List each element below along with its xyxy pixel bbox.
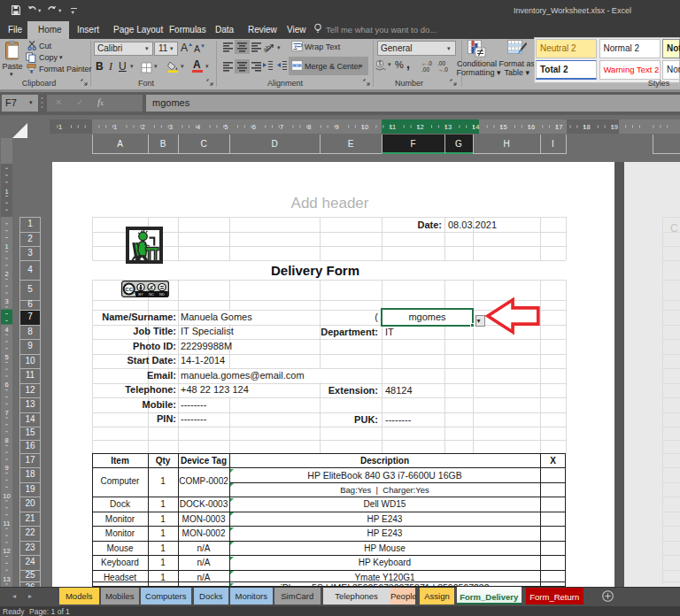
svg-text:BY: BY [138,292,143,296]
svg-text:ab: ab [263,42,273,53]
svg-text:11: 11 [389,123,396,131]
svg-text:$: $ [150,285,152,290]
svg-text:15: 15 [499,123,506,131]
svg-text:17: 17 [555,123,562,131]
svg-text:1: 1 [113,123,117,131]
svg-text:NC: NC [149,292,154,296]
svg-text:18: 18 [583,123,590,131]
svg-text:10: 10 [361,123,368,131]
svg-text:1: 1 [4,188,8,196]
svg-text:11: 11 [4,520,11,527]
svg-text:CC: CC [125,287,133,292]
svg-text:4: 4 [197,123,200,131]
svg-text:8: 8 [4,436,8,444]
svg-text:3: 3 [4,297,8,305]
svg-text:19: 19 [611,123,618,131]
svg-text:7: 7 [280,123,283,131]
svg-text:13: 13 [444,123,452,131]
svg-text:5: 5 [224,123,228,131]
svg-text:3: 3 [169,123,173,131]
svg-text:1: 1 [4,243,8,250]
svg-text:9: 9 [4,464,8,472]
svg-text:2: 2 [4,270,8,278]
svg-text:13: 13 [3,575,10,583]
svg-text:ND: ND [159,292,165,296]
svg-text:$: $ [378,60,382,66]
svg-text:12: 12 [3,547,10,555]
svg-text:14: 14 [472,123,479,131]
svg-text:16: 16 [528,123,535,131]
svg-text:8: 8 [307,123,311,131]
svg-text:10: 10 [3,492,10,500]
svg-text:6: 6 [252,123,256,131]
svg-text:1: 1 [58,123,62,131]
svg-text:2: 2 [141,123,144,131]
svg-text:9: 9 [336,123,339,131]
svg-text:12: 12 [416,123,423,131]
